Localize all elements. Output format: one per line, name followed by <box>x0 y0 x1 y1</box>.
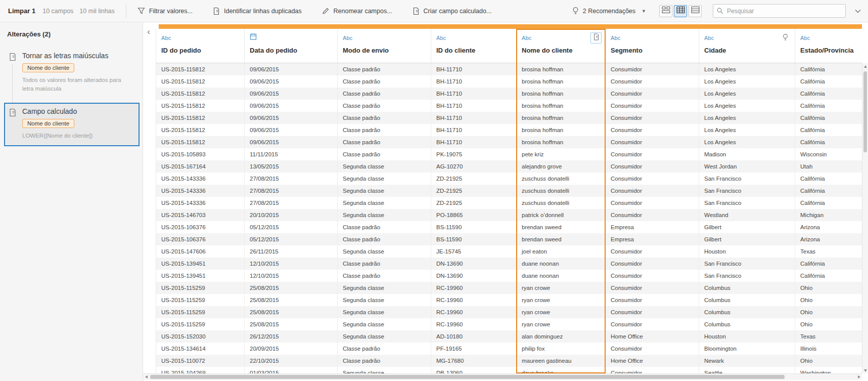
cell[interactable]: Houston <box>699 245 795 258</box>
cell[interactable]: Classe padrão <box>338 63 431 75</box>
cell[interactable]: Consumidor <box>606 112 699 124</box>
cell[interactable]: Gilbert <box>699 221 795 233</box>
cell[interactable]: Gilbert <box>699 233 795 245</box>
scroll-down-arrow[interactable] <box>862 367 868 373</box>
cell[interactable]: 25/08/2015 <box>245 306 338 318</box>
cell[interactable]: 09/06/2015 <box>245 112 338 124</box>
cell[interactable]: US-2015-115812 <box>156 75 245 88</box>
column-header-nome-do-cliente[interactable]: AbcNome do cliente <box>517 29 606 63</box>
cell[interactable]: US-2015-143336 <box>156 185 245 197</box>
create-calculated-field-button[interactable]: Criar campo calculado... <box>413 7 492 15</box>
cell[interactable]: Classe padrão <box>338 270 431 282</box>
column-header-estado-provincia[interactable]: AbcEstado/Província <box>795 29 862 63</box>
cell[interactable]: BH-11710 <box>431 124 517 136</box>
field-changes-badge[interactable] <box>590 32 602 44</box>
cell[interactable]: Consumidor <box>606 197 699 209</box>
cell[interactable]: DN-13690 <box>431 270 517 282</box>
cell[interactable]: Bloomington <box>699 343 795 355</box>
cell[interactable]: dave brooks <box>517 367 606 373</box>
cell[interactable]: US-2015-110072 <box>156 355 245 367</box>
cell[interactable]: Newark <box>699 355 795 367</box>
column-header-id-do-pedido[interactable]: AbcID do pedido <box>156 29 245 63</box>
cell[interactable]: 25/08/2015 <box>245 294 338 306</box>
cell[interactable]: US-2015-167164 <box>156 160 245 173</box>
cell[interactable]: BH-11710 <box>431 63 517 75</box>
identify-duplicate-rows-button[interactable]: Identificar linhas duplicadas <box>213 7 302 15</box>
cell[interactable]: zuschuss donatelli <box>517 173 606 185</box>
cell[interactable]: brosina hoffman <box>517 112 606 124</box>
cell[interactable]: Columbus <box>699 318 795 330</box>
cell[interactable]: BH-11710 <box>431 75 517 88</box>
cell[interactable]: US-2015-115259 <box>156 318 245 330</box>
cell[interactable]: 09/06/2015 <box>245 63 338 75</box>
cell[interactable]: Classe padrão <box>338 88 431 100</box>
scroll-left-arrow[interactable] <box>143 374 149 380</box>
cell[interactable]: Arizona <box>795 233 862 245</box>
cell[interactable]: Home Office <box>606 355 699 367</box>
column-header-cidade[interactable]: AbcCidade <box>699 29 795 63</box>
cell[interactable]: ryan crowe <box>517 306 606 318</box>
cell[interactable]: Consumidor <box>606 124 699 136</box>
scroll-right-arrow[interactable] <box>856 374 862 380</box>
cell[interactable]: zuschuss donatelli <box>517 197 606 209</box>
cell[interactable]: Segunda classe <box>338 197 431 209</box>
cell[interactable]: Consumidor <box>606 136 699 148</box>
cell[interactable]: Segunda classe <box>338 173 431 185</box>
cell[interactable]: US-2015-105893 <box>156 148 245 160</box>
cell[interactable]: RC-19960 <box>431 282 517 294</box>
cell[interactable]: US-2015-115812 <box>156 88 245 100</box>
cell[interactable]: Califórnia <box>795 124 862 136</box>
cell[interactable]: Madison <box>699 148 795 160</box>
cell[interactable]: 20/09/2015 <box>245 343 338 355</box>
cell[interactable]: Classe padrão <box>338 258 431 270</box>
cell[interactable]: US-2015-134614 <box>156 343 245 355</box>
cell[interactable]: 09/06/2015 <box>245 100 338 112</box>
cell[interactable]: West Jordan <box>699 160 795 173</box>
cell[interactable]: 01/03/2015 <box>245 367 338 373</box>
cell[interactable]: Illinois <box>795 343 862 355</box>
cell[interactable]: Washington <box>795 367 862 373</box>
cell[interactable]: Classe padrão <box>338 343 431 355</box>
cell[interactable]: zuschuss donatelli <box>517 185 606 197</box>
cell[interactable]: Los Angeles <box>699 112 795 124</box>
cell[interactable]: brosina hoffman <box>517 88 606 100</box>
cell[interactable]: Consumidor <box>606 343 699 355</box>
cell[interactable]: Classe padrão <box>338 136 431 148</box>
cell[interactable]: US-2015-147606 <box>156 245 245 258</box>
cell[interactable]: 25/08/2015 <box>245 318 338 330</box>
cell[interactable]: Califórnia <box>795 173 862 185</box>
cell[interactable]: AD-10180 <box>431 330 517 343</box>
cell[interactable]: Segunda classe <box>338 160 431 173</box>
cell[interactable]: duane noonan <box>517 258 606 270</box>
column-header-id-do-cliente[interactable]: AbcID do cliente <box>431 29 517 63</box>
cell[interactable]: Califórnia <box>795 112 862 124</box>
cell[interactable]: brosina hoffman <box>517 124 606 136</box>
cell[interactable]: Empresa <box>606 221 699 233</box>
cell[interactable]: BH-11710 <box>431 112 517 124</box>
cell[interactable]: Ohio <box>795 306 862 318</box>
cell[interactable]: Classe padrão <box>338 124 431 136</box>
cell[interactable]: 09/06/2015 <box>245 75 338 88</box>
cell[interactable]: Segunda classe <box>338 367 431 373</box>
cell[interactable]: 09/06/2015 <box>245 124 338 136</box>
cell[interactable]: pete kriz <box>517 148 606 160</box>
cell[interactable]: philip fox <box>517 343 606 355</box>
cell[interactable]: patrick o’donnell <box>517 209 606 221</box>
cell[interactable]: Ohio <box>795 282 862 294</box>
cell[interactable]: brendan sweed <box>517 221 606 233</box>
cell[interactable]: Los Angeles <box>699 75 795 88</box>
cell[interactable]: Utah <box>795 160 862 173</box>
field-pill[interactable]: Nome do cliente <box>22 119 74 128</box>
cell[interactable]: Segunda classe <box>338 245 431 258</box>
cell[interactable]: Texas <box>795 330 862 343</box>
cell[interactable]: US-2015-106376 <box>156 221 245 233</box>
cell[interactable]: 26/12/2015 <box>245 330 338 343</box>
cell[interactable]: Classe padrão <box>338 221 431 233</box>
cell[interactable]: maureen gastineau <box>517 355 606 367</box>
cell[interactable]: duane noonan <box>517 270 606 282</box>
cell[interactable]: 11/11/2015 <box>245 148 338 160</box>
cell[interactable]: Consumidor <box>606 367 699 373</box>
cell[interactable]: Segunda classe <box>338 185 431 197</box>
list-view-button[interactable] <box>689 5 702 17</box>
cell[interactable]: Consumidor <box>606 88 699 100</box>
